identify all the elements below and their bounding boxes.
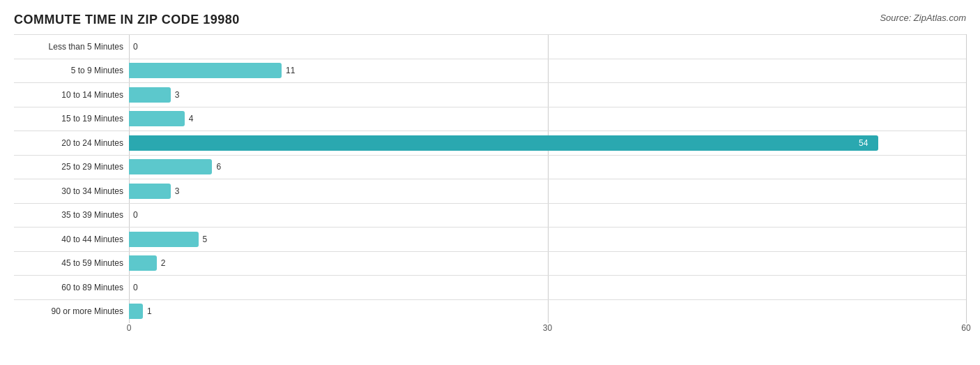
bar-row: 15 to 19 Minutes4	[14, 107, 966, 131]
bar-label: Less than 5 Minutes	[14, 42, 129, 52]
chart-header: COMMUTE TIME IN ZIP CODE 19980 Source: Z…	[14, 13, 966, 27]
bar-label: 35 to 39 Minutes	[14, 210, 129, 220]
bar-fill	[129, 184, 171, 199]
bar-value: 0	[133, 283, 138, 292]
bar-label: 15 to 19 Minutes	[14, 114, 129, 124]
bar-row: 40 to 44 Minutes5	[14, 227, 966, 251]
chart-area: Less than 5 Minutes05 to 9 Minutes1110 t…	[14, 34, 966, 337]
bar-fill	[129, 111, 185, 126]
bar-label: 45 to 59 Minutes	[14, 258, 129, 268]
bar-track: 0	[129, 276, 966, 299]
bar-value: 54	[859, 138, 868, 148]
bar-value: 5	[203, 234, 208, 244]
bar-value: 4	[189, 114, 194, 124]
bar-row: 35 to 39 Minutes0	[14, 203, 966, 228]
bar-fill	[129, 135, 878, 151]
bar-row: 90 or more Minutes1	[14, 299, 966, 324]
bar-row: 5 to 9 Minutes11	[14, 59, 966, 83]
bar-label: 25 to 29 Minutes	[14, 162, 129, 172]
bar-track: 3	[129, 83, 966, 107]
bar-track: 3	[129, 179, 966, 203]
bar-row: 20 to 24 Minutes54	[14, 131, 966, 155]
bar-fill	[129, 87, 171, 103]
x-axis-tick-label: 0	[127, 323, 132, 333]
bar-value: 0	[133, 210, 138, 220]
bar-row: 30 to 34 Minutes3	[14, 179, 966, 203]
bar-value: 3	[175, 186, 180, 196]
bar-label: 90 or more Minutes	[14, 306, 129, 316]
bar-track: 1	[129, 300, 966, 324]
bar-fill	[129, 232, 199, 247]
bar-label: 10 to 14 Minutes	[14, 90, 129, 100]
bar-fill	[129, 63, 282, 78]
bar-track: 2	[129, 252, 966, 276]
bar-label: 5 to 9 Minutes	[14, 66, 129, 75]
bar-track: 0	[129, 204, 966, 228]
bar-track: 54	[129, 131, 966, 155]
bar-value: 3	[175, 90, 180, 100]
bar-row: 60 to 89 Minutes0	[14, 275, 966, 299]
bar-row: Less than 5 Minutes0	[14, 34, 966, 59]
bar-track: 4	[129, 107, 966, 131]
bar-label: 20 to 24 Minutes	[14, 138, 129, 148]
bar-fill	[129, 304, 143, 319]
chart-source: Source: ZipAtlas.com	[880, 13, 966, 23]
bar-track: 5	[129, 228, 966, 251]
bar-label: 30 to 34 Minutes	[14, 186, 129, 196]
bar-label: 40 to 44 Minutes	[14, 234, 129, 244]
bar-fill	[129, 159, 212, 174]
x-axis-tick-label: 60	[961, 323, 970, 333]
bar-row: 25 to 29 Minutes6	[14, 155, 966, 179]
bar-value: 0	[133, 42, 138, 52]
x-axis-tick-label: 30	[543, 323, 552, 333]
bar-value: 6	[216, 162, 221, 172]
bar-row: 45 to 59 Minutes2	[14, 251, 966, 276]
bar-track: 0	[129, 35, 966, 59]
chart-container: COMMUTE TIME IN ZIP CODE 19980 Source: Z…	[0, 0, 980, 365]
bar-value: 11	[286, 66, 295, 75]
bar-value: 1	[147, 306, 152, 316]
bar-track: 6	[129, 156, 966, 179]
bar-track: 11	[129, 59, 966, 83]
bar-label: 60 to 89 Minutes	[14, 283, 129, 292]
x-axis-container: 03060	[129, 323, 966, 337]
bar-fill	[129, 255, 157, 271]
chart-title: COMMUTE TIME IN ZIP CODE 19980	[14, 13, 240, 27]
grid-line	[966, 34, 967, 323]
bar-value: 2	[161, 258, 166, 268]
bar-row: 10 to 14 Minutes3	[14, 82, 966, 107]
